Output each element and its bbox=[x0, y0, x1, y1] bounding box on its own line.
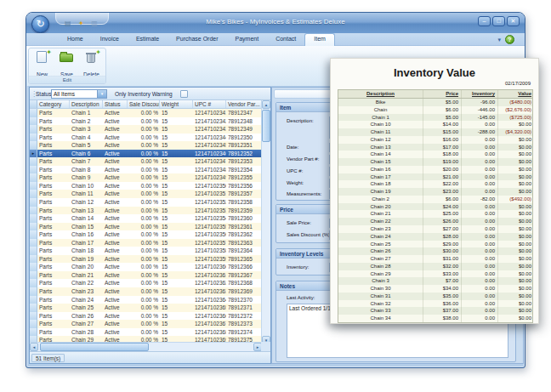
table-row[interactable]: PartsChain 2Active0.00 %1512147102342789… bbox=[30, 117, 263, 126]
tab-purchase-order[interactable]: Purchase Order bbox=[168, 33, 226, 46]
row-indicator: ▸ bbox=[30, 150, 37, 158]
table-row[interactable]: PartsChain 22Active0.00 %151214710236278… bbox=[30, 279, 263, 287]
cell: Parts bbox=[37, 223, 70, 231]
column-header[interactable]: Sale Discount bbox=[128, 100, 160, 108]
scroll-left-icon[interactable]: ◂ bbox=[30, 343, 38, 351]
table-row[interactable]: PartsChain 17Active0.00 %151214710235778… bbox=[30, 239, 263, 247]
report-cell: $31.00 bbox=[423, 255, 462, 263]
cell: 78912355 bbox=[226, 173, 263, 182]
cell: 0.00 % bbox=[128, 157, 160, 166]
report-cell: $19.00 bbox=[423, 158, 462, 166]
table-row[interactable]: PartsChain 16Active0.00 %151214710235678… bbox=[30, 230, 263, 239]
table-row[interactable]: PartsChain 3Active0.00 %1512147102343789… bbox=[30, 125, 263, 134]
maximize-button[interactable]: □ bbox=[492, 16, 505, 26]
table-row[interactable]: PartsChain 19Active0.00 %151214710235978… bbox=[30, 255, 263, 264]
column-header[interactable]: Weight bbox=[160, 100, 193, 108]
table-row[interactable]: PartsChain 5Active0.00 %1512147102345789… bbox=[30, 141, 263, 150]
table-row[interactable]: PartsChain 12Active0.00 %151214710235278… bbox=[30, 198, 263, 207]
close-button[interactable]: ✕ bbox=[507, 16, 520, 26]
table-row[interactable]: PartsChain 28Active0.00 %151214710236878… bbox=[30, 328, 263, 337]
table-row[interactable]: PartsChain 1Active0.00 %1512147102341789… bbox=[30, 109, 263, 117]
report-cell: $0.00 bbox=[498, 241, 534, 248]
tab-home[interactable]: Home bbox=[59, 33, 92, 46]
table-row[interactable]: PartsChain 23Active0.00 %151214710236378… bbox=[30, 287, 263, 296]
report-row: Chain 10$14.000.00$0.00 bbox=[338, 121, 532, 128]
cell: Active bbox=[103, 214, 128, 223]
status-dropdown[interactable]: All Items ▾ bbox=[51, 89, 107, 99]
cell: Chain 19 bbox=[70, 255, 103, 264]
table-row[interactable]: PartsChain 8Active0.00 %1512147102348789… bbox=[30, 166, 263, 174]
row-indicator bbox=[30, 279, 37, 287]
row-indicator bbox=[30, 198, 37, 207]
tab-payment[interactable]: Payment bbox=[227, 33, 268, 46]
report-row: Chain 23$27.000.00$0.00 bbox=[338, 225, 532, 233]
cell: 15 bbox=[160, 223, 193, 231]
cell: 0.00 % bbox=[128, 239, 160, 247]
report-cell: Chain 29 bbox=[338, 270, 423, 278]
cell: 78912353 bbox=[226, 157, 263, 166]
minimize-button[interactable]: – bbox=[478, 16, 491, 26]
scroll-up-icon[interactable]: ▴ bbox=[262, 100, 270, 109]
tab-invoice[interactable]: Invoice bbox=[92, 33, 128, 46]
table-row[interactable]: ▸PartsChain 6Active0.00 %151214710234678… bbox=[30, 150, 263, 158]
table-row[interactable]: PartsChain 7Active0.00 %1512147102347789… bbox=[30, 157, 263, 166]
table-row[interactable]: PartsChain 14Active0.00 %151214710235478… bbox=[30, 214, 263, 223]
last-activity-label: Last Activity: bbox=[287, 295, 315, 300]
cell: Active bbox=[103, 190, 128, 198]
horizontal-scrollbar[interactable]: ◂ ▸ bbox=[30, 342, 263, 351]
tab-item[interactable]: Item bbox=[304, 33, 335, 46]
table-row[interactable]: PartsChain 20Active0.00 %151214710236078… bbox=[30, 263, 263, 271]
save-folder-icon bbox=[54, 50, 79, 65]
table-row[interactable]: PartsChain 27Active0.00 %151214710236778… bbox=[30, 320, 263, 328]
tab-estimate[interactable]: Estimate bbox=[128, 33, 168, 46]
table-row[interactable]: PartsChain 24Active0.00 %151214710236478… bbox=[30, 296, 263, 304]
table-row[interactable]: PartsChain 25Active0.00 %151214710236578… bbox=[30, 304, 263, 312]
status-bar: 51 Item(s) bbox=[30, 351, 270, 363]
cell: 15 bbox=[160, 157, 193, 166]
inventory-warning-checkbox[interactable] bbox=[180, 90, 188, 98]
horizontal-scroll-thumb[interactable] bbox=[40, 343, 149, 351]
cell: 78912371 bbox=[226, 304, 263, 312]
cell: 78912349 bbox=[226, 125, 263, 134]
cell: 78912348 bbox=[226, 117, 263, 126]
chevron-down-icon[interactable]: ▾ bbox=[497, 37, 501, 43]
report-column-header: Inventory bbox=[462, 90, 498, 98]
cell: Chain 26 bbox=[70, 312, 103, 321]
report-row: Bike$5.00-96.00($480.00) bbox=[338, 99, 532, 106]
row-indicator bbox=[30, 287, 37, 296]
table-row[interactable]: PartsChain 26Active0.00 %151214710236678… bbox=[30, 312, 263, 321]
report-cell: 0.00 bbox=[462, 307, 498, 315]
cell: Parts bbox=[37, 320, 70, 328]
column-header[interactable]: Status bbox=[103, 100, 128, 108]
table-row[interactable]: PartsChain 4Active0.00 %1512147102344789… bbox=[30, 134, 263, 142]
table-row[interactable]: PartsChain 18Active0.00 %151214710235878… bbox=[30, 247, 263, 255]
report-cell: $15.00 bbox=[423, 128, 462, 136]
table-row[interactable]: PartsChain 10Active0.00 %151214710235078… bbox=[30, 182, 263, 190]
row-indicator-header bbox=[30, 100, 37, 108]
row-indicator bbox=[30, 117, 37, 126]
cell: 0.00 % bbox=[128, 255, 160, 264]
cell: 78912370 bbox=[226, 296, 263, 304]
cell: 0.00 % bbox=[128, 117, 160, 126]
report-cell: Chain 24 bbox=[338, 233, 423, 241]
cell: 15 bbox=[160, 263, 193, 271]
cell: 78912347 bbox=[226, 109, 263, 117]
table-row[interactable]: PartsChain 11Active0.00 %151214710235178… bbox=[30, 190, 263, 198]
cell: Active bbox=[103, 223, 128, 231]
vertical-scroll-thumb[interactable] bbox=[262, 110, 270, 142]
cell: 0.00 % bbox=[128, 328, 160, 337]
cell: Active bbox=[103, 230, 128, 239]
table-row[interactable]: PartsChain 13Active0.00 %151214710235378… bbox=[30, 207, 263, 215]
vertical-scrollbar[interactable]: ▴ ▾ bbox=[261, 100, 270, 344]
dropdown-arrow-icon[interactable]: ▾ bbox=[97, 90, 106, 98]
column-header[interactable]: Category bbox=[37, 100, 70, 108]
column-header[interactable]: Description bbox=[70, 100, 103, 108]
tab-contact[interactable]: Contact bbox=[267, 33, 304, 46]
table-row[interactable]: PartsChain 9Active0.00 %1512147102349789… bbox=[30, 173, 263, 182]
help-button[interactable]: ? bbox=[505, 35, 514, 44]
column-header[interactable]: Vendor Par... bbox=[226, 100, 263, 108]
column-header[interactable]: UPC # bbox=[193, 100, 226, 108]
table-row[interactable]: PartsChain 15Active0.00 %151214710235578… bbox=[30, 223, 263, 231]
report-cell: 0.00 bbox=[462, 210, 498, 218]
table-row[interactable]: PartsChain 21Active0.00 %151214710236178… bbox=[30, 271, 263, 280]
